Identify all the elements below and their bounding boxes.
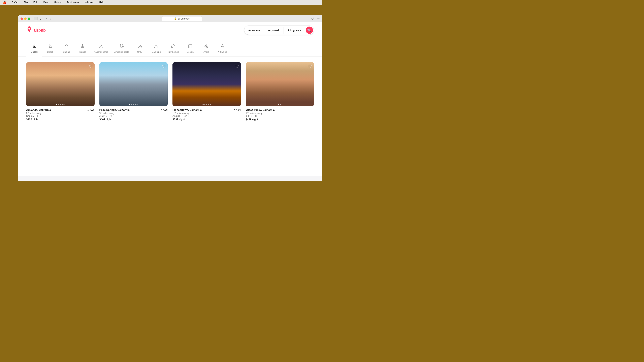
wishlist-button-3[interactable]: ♡ [235, 64, 239, 69]
category-omg-label: OMG! [137, 51, 143, 53]
maximize-button[interactable] [28, 17, 30, 20]
listing-card-1[interactable]: ♡ Aguanga, California ★ 4.96 [26, 62, 94, 121]
more-options-icon[interactable]: ••• [316, 17, 320, 20]
wishlist-button-2[interactable]: ♡ [162, 64, 166, 69]
close-button[interactable] [20, 17, 23, 20]
listing-image-2: ♡ [100, 62, 168, 106]
view-menu[interactable]: View [42, 0, 50, 4]
listings-grid: ♡ Aguanga, California ★ 4.96 [18, 56, 322, 126]
dot-4-2 [280, 104, 281, 105]
airbnb-logo[interactable]: airbnb [26, 26, 46, 34]
listing-distance-3: 101 miles away [172, 112, 241, 115]
arctic-icon [204, 44, 209, 49]
category-design[interactable]: Design [182, 42, 198, 56]
listing-card-4[interactable]: ♡ Yucca Valley, California 101 miles awa… [246, 62, 314, 121]
dot-3-4 [208, 104, 209, 105]
dot-1-2 [58, 104, 59, 105]
minimize-button[interactable] [24, 17, 26, 20]
category-desert[interactable]: Desert [26, 42, 42, 56]
listing-location-2: Palm Springs, California [100, 108, 130, 111]
sidebar-toggle-icon[interactable]: ⬜ [34, 17, 38, 20]
listing-info-3: Pioneertown, California ★ 4.95 [172, 108, 241, 111]
design-icon [188, 44, 192, 49]
category-desert-label: Desert [31, 51, 38, 53]
category-camping-label: Camping [152, 51, 160, 53]
title-bar: ⬜ ⌄ ‹ › 🔒 airbnb.com 🛡 ••• [18, 15, 322, 22]
category-amazing-pools[interactable]: Amazing pools [111, 42, 132, 56]
edit-menu[interactable]: Edit [32, 0, 39, 4]
address-bar: 🔒 airbnb.com [62, 16, 302, 21]
listing-card-3[interactable]: ♡ Pioneertown, California ★ 4.95 [172, 62, 241, 121]
back-button[interactable]: ‹ [45, 16, 48, 21]
category-beach[interactable]: Beach [42, 42, 58, 56]
mac-menu-bar: 🍎 Safari File Edit View History Bookmark… [0, 0, 322, 5]
any-week-button[interactable]: Any week [264, 27, 284, 34]
listing-price-4: $489 night [246, 118, 314, 121]
sidebar-chevron-icon[interactable]: ⌄ [39, 17, 42, 20]
dot-2-1 [130, 104, 130, 105]
listing-card-2[interactable]: ♡ Palm Springs, California ★ 4.95 [100, 62, 168, 121]
listing-image-3: ♡ [172, 62, 241, 106]
listing-info-1: Aguanga, California ★ 4.96 [26, 108, 94, 111]
category-islands[interactable]: Islands [74, 42, 90, 56]
listing-distance-4: 101 miles away [246, 112, 314, 115]
history-menu[interactable]: History [53, 0, 62, 4]
nav-arrows: ‹ › [45, 16, 53, 21]
apple-menu[interactable]: 🍎 [2, 0, 8, 4]
file-menu[interactable]: File [22, 0, 29, 4]
listing-image-1: ♡ [26, 62, 94, 106]
wishlist-button-1[interactable]: ♡ [89, 64, 92, 69]
dot-4-1 [278, 104, 279, 105]
listing-location-3: Pioneertown, California [172, 108, 202, 111]
category-cabins[interactable]: Cabins [58, 42, 74, 56]
anywhere-button[interactable]: Anywhere [244, 27, 264, 34]
listing-rating-2: ★ 4.95 [160, 108, 168, 111]
wishlist-button-4[interactable]: ♡ [308, 64, 312, 69]
add-guests-button[interactable]: Add guests [284, 27, 305, 34]
category-tiny-homes[interactable]: Tiny homes [164, 42, 182, 56]
dot-1-1 [56, 104, 57, 105]
category-beach-label: Beach [47, 51, 53, 53]
url-bar[interactable]: 🔒 airbnb.com [162, 16, 202, 21]
category-arctic[interactable]: Arctic [198, 42, 214, 56]
search-submit-button[interactable]: 🔍 [306, 26, 313, 34]
search-bar: Anywhere Any week Add guests 🔍 [244, 25, 314, 35]
url-text: airbnb.com [178, 17, 190, 20]
help-menu[interactable]: Help [98, 0, 105, 4]
category-design-label: Design [187, 51, 194, 53]
categories-bar: Desert Beach Cabins [18, 38, 322, 56]
category-tiny-homes-label: Tiny homes [168, 51, 179, 53]
category-omg[interactable]: OMG! [132, 42, 148, 56]
airbnb-logo-icon [26, 26, 32, 34]
listing-rating-3: ★ 4.95 [234, 108, 241, 111]
category-a-frames[interactable]: A-frames [214, 42, 230, 56]
listing-info-4: Yucca Valley, California [246, 108, 314, 111]
tiny-homes-icon [171, 44, 176, 49]
listing-dates-4: Jul 10 – 15 [246, 115, 314, 117]
browser-content: airbnb Anywhere Any week Add guests 🔍 De… [18, 22, 322, 176]
listing-dates-1: Sep 25 – 30 [26, 115, 94, 117]
dot-1-5 [64, 104, 64, 105]
amazing-pools-icon [119, 44, 124, 49]
beach-icon [48, 44, 53, 49]
safari-menu[interactable]: Safari [11, 0, 19, 4]
traffic-lights [20, 17, 30, 20]
a-frames-icon [220, 44, 225, 49]
omg-icon [138, 44, 142, 49]
listing-distance-1: 87 miles away [26, 112, 94, 115]
window-menu[interactable]: Window [84, 0, 95, 4]
lock-icon: 🔒 [174, 17, 177, 20]
browser-window: ⬜ ⌄ ‹ › 🔒 airbnb.com 🛡 ••• [18, 15, 322, 181]
dot-2-2 [131, 104, 132, 105]
bookmarks-menu[interactable]: Bookmarks [66, 0, 80, 4]
airbnb-header: airbnb Anywhere Any week Add guests 🔍 [18, 22, 322, 38]
category-camping[interactable]: Camping [148, 42, 164, 56]
category-amazing-pools-label: Amazing pools [114, 51, 129, 53]
forward-button[interactable]: › [49, 16, 52, 21]
islands-icon [80, 44, 85, 49]
listing-location-4: Yucca Valley, California [246, 108, 275, 111]
category-national-parks[interactable]: National parks [90, 42, 111, 56]
image-dots-4 [278, 104, 281, 105]
dot-1-3 [60, 104, 61, 105]
star-icon-1: ★ [87, 109, 89, 111]
